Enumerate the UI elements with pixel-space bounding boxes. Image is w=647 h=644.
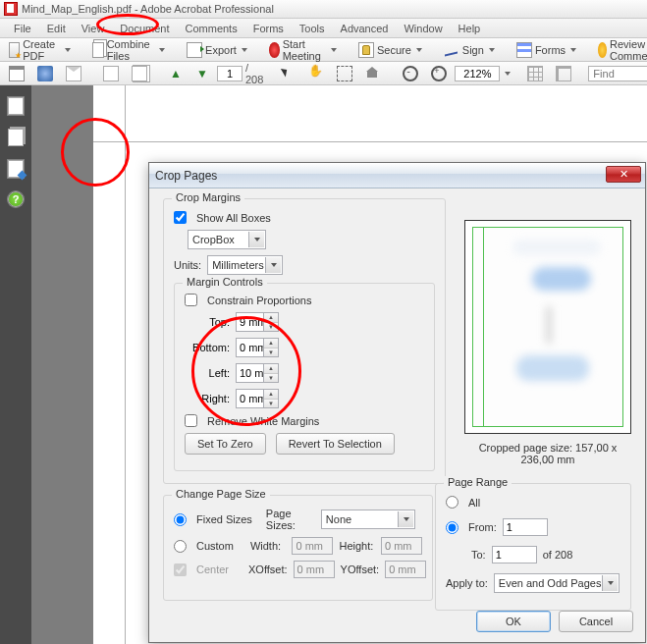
to-input[interactable]: [492, 546, 537, 564]
create-pdf-button[interactable]: Create PDF: [4, 40, 76, 60]
bottom-spinner[interactable]: 0 mm▲▼: [236, 338, 279, 357]
home-view-button[interactable]: [360, 64, 386, 83]
export-button[interactable]: Export: [182, 40, 252, 60]
zoom-dropdown[interactable]: [505, 72, 511, 76]
zoom-in-button[interactable]: [426, 64, 452, 83]
review-comment-button[interactable]: Review & Comment: [593, 40, 647, 60]
marquee-zoom-button[interactable]: [332, 64, 357, 83]
menu-advanced[interactable]: Advanced: [333, 21, 397, 36]
revert-button[interactable]: Revert To Selection: [276, 433, 395, 455]
home-icon: [365, 66, 381, 81]
combine-files-button[interactable]: Combine Files: [87, 40, 170, 60]
units-combo[interactable]: Millimeters: [207, 255, 283, 275]
prev-page-button[interactable]: ▲: [164, 64, 188, 83]
down-arrow-icon: ▼: [195, 67, 209, 80]
forms-button[interactable]: Forms: [512, 40, 581, 60]
print-button[interactable]: [4, 64, 29, 83]
zoom-input[interactable]: [455, 66, 500, 81]
pages-panel-icon[interactable]: [8, 97, 24, 115]
menubar: File Edit View Document Comments Forms T…: [0, 19, 647, 38]
right-spinner[interactable]: 0 mm▲▼: [236, 389, 279, 408]
sign-button[interactable]: Sign: [439, 40, 500, 60]
grid-button[interactable]: [522, 64, 548, 83]
rulers-button[interactable]: [551, 64, 576, 83]
yoffset-input: [385, 561, 426, 578]
dialog-titlebar[interactable]: Crop Pages ✕: [149, 163, 645, 188]
all-pages-radio[interactable]: [446, 496, 458, 509]
height-label: Height:: [339, 540, 375, 552]
menu-help[interactable]: Help: [451, 21, 489, 36]
page-range-group: Page Range All From: To: of 208 Apply to…: [435, 483, 631, 611]
single-page-icon: [103, 66, 119, 81]
next-page-button[interactable]: ▼: [190, 64, 214, 83]
menu-comments[interactable]: Comments: [178, 21, 245, 36]
right-label: Right:: [185, 393, 230, 404]
create-pdf-icon: [9, 42, 20, 58]
save-button[interactable]: [32, 64, 58, 83]
cancel-button[interactable]: Cancel: [559, 611, 633, 632]
close-button[interactable]: ✕: [606, 166, 641, 183]
menu-tools[interactable]: Tools: [292, 21, 333, 36]
zoom-out-button[interactable]: [398, 64, 423, 83]
set-to-zero-button[interactable]: Set To Zero: [185, 433, 266, 455]
dialog-title: Crop Pages: [155, 169, 217, 183]
left-spinner[interactable]: 10 mm▲▼: [236, 363, 279, 383]
page-sizes-combo[interactable]: None: [321, 510, 415, 529]
top-spinner[interactable]: 9 mm▲▼: [236, 312, 279, 332]
remove-white-label: Remove White Margins: [207, 415, 319, 427]
export-icon: [187, 42, 202, 58]
toolbar-secondary: ▲ ▼ / 208: [0, 62, 647, 85]
up-arrow-icon: ▲: [169, 67, 183, 80]
print-icon: [9, 66, 25, 81]
hand-tool-button[interactable]: [303, 64, 329, 83]
custom-radio[interactable]: [174, 540, 187, 553]
width-input: [292, 537, 333, 555]
page-sizes-label: Page Sizes:: [266, 508, 315, 531]
select-tool-button[interactable]: [275, 64, 300, 83]
yoffset-label: YOffset:: [341, 564, 380, 575]
show-all-boxes-checkbox[interactable]: [174, 211, 187, 224]
two-page-button[interactable]: [127, 64, 152, 83]
page-number-input[interactable]: [217, 66, 243, 81]
fixed-sizes-radio[interactable]: [174, 513, 187, 526]
signatures-panel-icon[interactable]: [8, 160, 24, 178]
menu-document[interactable]: Document: [112, 21, 177, 36]
constrain-label: Constrain Proportions: [207, 295, 311, 306]
apply-to-combo[interactable]: Even and Odd Pages: [494, 573, 620, 593]
rulers-icon: [556, 66, 571, 81]
top-label: Top:: [185, 316, 230, 328]
start-meeting-button[interactable]: Start Meeting: [264, 40, 342, 60]
xoffset-label: XOffset:: [248, 564, 288, 575]
constrain-checkbox[interactable]: [185, 294, 197, 306]
preview-frame: [464, 220, 631, 434]
xoffset-input: [294, 561, 335, 578]
menu-edit[interactable]: Edit: [39, 21, 74, 36]
help-panel-icon[interactable]: ?: [8, 191, 24, 207]
single-page-button[interactable]: [98, 64, 124, 83]
menu-window[interactable]: Window: [396, 21, 450, 36]
menu-view[interactable]: View: [74, 21, 113, 36]
titlebar: Mind_Map_English.pdf - Adobe Acrobat Pro…: [0, 0, 647, 19]
page-total-label: / 208: [245, 62, 263, 85]
bookmarks-panel-icon[interactable]: [8, 129, 24, 146]
page-range-legend: Page Range: [444, 476, 512, 488]
menu-forms[interactable]: Forms: [245, 21, 292, 36]
save-icon: [37, 66, 53, 81]
preview-caption: Cropped page size: 157,00 x 236,00 mm: [464, 442, 631, 465]
remove-white-checkbox[interactable]: [185, 414, 197, 427]
all-label: All: [468, 497, 480, 509]
find-input[interactable]: [588, 66, 647, 81]
ok-button[interactable]: OK: [476, 611, 551, 632]
show-all-boxes-label: Show All Boxes: [196, 212, 271, 224]
fixed-sizes-label: Fixed Sizes: [196, 513, 252, 525]
apply-to-label: Apply to:: [446, 577, 488, 589]
cropbox-combo[interactable]: CropBox: [188, 230, 266, 249]
email-button[interactable]: [61, 64, 86, 83]
menu-file[interactable]: File: [6, 21, 39, 36]
from-radio[interactable]: [446, 521, 458, 534]
change-page-size-group: Change Page Size Fixed Sizes Page Sizes:…: [163, 495, 433, 601]
marquee-icon: [337, 66, 352, 81]
secure-button[interactable]: Secure: [353, 40, 427, 60]
from-input[interactable]: [503, 518, 548, 536]
mail-icon: [66, 66, 81, 81]
